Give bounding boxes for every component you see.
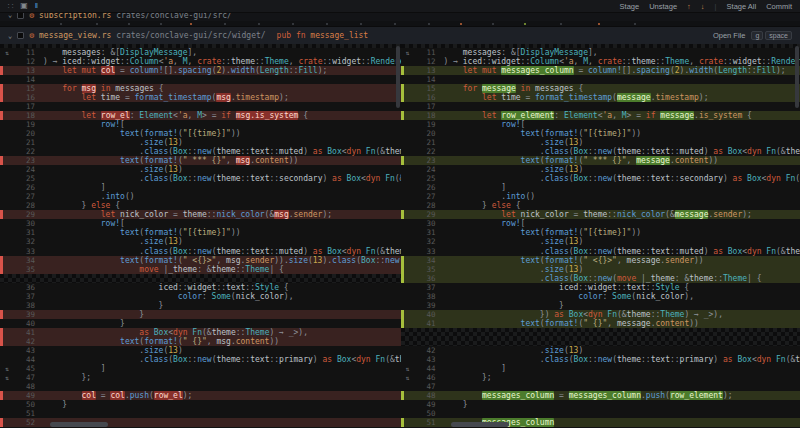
diff-row[interactable]: 25 .class(Box::new(theme::text::secondar… xyxy=(401,174,800,183)
split-view-icon[interactable]: ‖ xyxy=(35,1,38,11)
expand-fold-icon[interactable]: ⇅ xyxy=(404,48,412,57)
diff-row[interactable]: 28 } else { xyxy=(401,201,800,210)
diff-row[interactable]: 25 .class(Box::new(theme::text::secondar… xyxy=(0,174,401,183)
horizontal-scrollbar[interactable] xyxy=(50,422,108,427)
diff-row[interactable]: 44 .class(Box::new(theme::text::primary)… xyxy=(0,355,401,364)
diff-row[interactable]: 13 let mut messages_column = column![].s… xyxy=(401,66,800,75)
diff-row[interactable]: 34 text(format!(" <{}>", message.sender)… xyxy=(401,256,800,265)
diff-row[interactable]: 47 xyxy=(401,382,800,391)
diff-row[interactable]: 18 let row_element: Element<'a, M> = if … xyxy=(401,111,800,120)
diff-row[interactable] xyxy=(401,328,800,337)
diff-row[interactable]: 48 xyxy=(0,382,401,391)
chevron-down-icon[interactable]: ⌄ xyxy=(8,13,12,21)
diff-row[interactable]: 17 xyxy=(401,102,800,111)
diff-row[interactable]: 29 let nick_color = theme::nick_color(&m… xyxy=(401,210,800,219)
stage-button[interactable]: Stage xyxy=(620,2,640,11)
diff-row[interactable]: 49 } xyxy=(401,400,800,409)
diff-row[interactable]: 33 .class(Box::new(theme::text::muted) a… xyxy=(401,247,800,256)
diff-row[interactable]: 23 text(format!(" *** {}", msg.content)) xyxy=(0,156,401,165)
diff-row[interactable]: 34 text(format!(" <{}>", msg.sender)).si… xyxy=(0,256,401,265)
diff-row[interactable] xyxy=(0,274,401,283)
diff-row[interactable]: 14 xyxy=(0,75,401,84)
diff-row[interactable]: ⇅44 ] xyxy=(401,364,800,373)
file-entry-subscription[interactable]: ⌄ ⚙ subscription.rs crates/conclave-gui/… xyxy=(0,13,800,21)
diff-row[interactable]: 16 let time = format_timestamp(message.t… xyxy=(401,93,800,102)
diff-row[interactable]: 20 text(format!("[{time}]")) xyxy=(401,129,800,138)
diff-row[interactable]: 29 let nick_color = theme::nick_color(&m… xyxy=(0,210,401,219)
diff-row[interactable]: 27 .into() xyxy=(401,192,800,201)
diff-row[interactable]: 32 .size(13) xyxy=(0,237,401,246)
diff-row[interactable]: 38 } xyxy=(0,301,401,310)
diff-row[interactable]: 24 .size(13) xyxy=(0,165,401,174)
diff-row[interactable]: 30 row![ xyxy=(0,219,401,228)
file-entry-message-view[interactable]: ⌄ ⚙ message_view.rs crates/conclave-gui/… xyxy=(0,27,800,44)
history-icon[interactable]: ⸬ xyxy=(8,1,13,11)
diff-row[interactable]: 37 color: Some(nick_color), xyxy=(0,292,401,301)
diff-row[interactable]: 40 } xyxy=(0,319,401,328)
stage-all-button[interactable]: Stage All xyxy=(727,2,757,11)
diff-row[interactable]: 24 .size(13) xyxy=(401,165,800,174)
diff-row[interactable]: 38 color: Some(nick_color), xyxy=(401,292,800,301)
diff-row[interactable]: 22 .class(Box::new(theme::text::muted) a… xyxy=(401,147,800,156)
diff-row[interactable]: 30 row![ xyxy=(401,219,800,228)
diff-row[interactable]: 50 } xyxy=(0,400,401,409)
diff-row[interactable]: 50 xyxy=(401,409,800,418)
diff-row[interactable]: 21 .size(13) xyxy=(401,138,800,147)
expand-fold-icon[interactable]: ⇅ xyxy=(404,364,412,373)
diff-row[interactable]: 35 .size(13) xyxy=(401,265,800,274)
diff-row[interactable]: 39 } xyxy=(0,310,401,319)
stage-checkbox[interactable] xyxy=(17,32,24,39)
diff-row[interactable]: 42 .size(13) xyxy=(401,346,800,355)
diff-row[interactable]: 15 for msg in messages { xyxy=(0,84,401,93)
panel-icon[interactable]: ▣ xyxy=(20,1,28,11)
diff-row[interactable]: 42 text(format!(" {}", msg.content)) xyxy=(0,337,401,346)
diff-row[interactable]: 43 .size(13) xyxy=(0,346,401,355)
horizontal-scrollbar[interactable] xyxy=(451,422,509,427)
diff-row[interactable]: 14 xyxy=(401,75,800,84)
diff-row[interactable]: 12) → iced::widget::Column<'a, M, crate:… xyxy=(0,57,401,66)
diff-row[interactable]: 16 let time = format_timestamp(msg.times… xyxy=(0,93,401,102)
diff-row[interactable]: 40 }) as Box<dyn Fn(&theme::Theme) → _>)… xyxy=(401,310,800,319)
diff-row[interactable]: 12) → iced::widget::Column<'a, M, crate:… xyxy=(401,57,800,66)
diff-row[interactable]: 32 .size(13) xyxy=(401,237,800,246)
vertical-scrollbar[interactable] xyxy=(795,46,799,108)
stage-checkbox[interactable] xyxy=(17,13,24,19)
diff-row[interactable]: 36 iced::widget::text::Style { xyxy=(0,283,401,292)
expand-fold-icon[interactable]: ⇅ xyxy=(3,373,11,382)
diff-row[interactable]: 20 text(format!("[{time}]")) xyxy=(0,129,401,138)
diff-row[interactable]: ⇅11 messages: &[DisplayMessage], xyxy=(0,48,401,57)
commit-button[interactable]: Commit xyxy=(766,2,792,11)
diff-row[interactable]: 26 ] xyxy=(0,183,401,192)
diff-row[interactable]: 13 let mut col = column![].spacing(2).wi… xyxy=(0,66,401,75)
diff-row[interactable]: 31 text(format!("[{time}]")) xyxy=(401,228,800,237)
diff-row[interactable]: 31 text(format!("[{time}]")) xyxy=(0,228,401,237)
diff-row[interactable]: 37 iced::widget::text::Style { xyxy=(401,283,800,292)
expand-fold-icon[interactable]: ⇅ xyxy=(3,48,11,57)
diff-row[interactable]: 28 } else { xyxy=(0,201,401,210)
diff-row[interactable]: 17 xyxy=(0,102,401,111)
diff-row[interactable]: ⇅45 ] xyxy=(0,364,401,373)
diff-row[interactable]: 27 .into() xyxy=(0,192,401,201)
diff-row[interactable]: 21 .size(13) xyxy=(0,138,401,147)
diff-row[interactable]: 39 } xyxy=(401,301,800,310)
chevron-down-icon[interactable]: ⌄ xyxy=(8,32,12,40)
diff-row[interactable]: 49 col = col.push(row_el); xyxy=(0,391,401,400)
expand-fold-icon[interactable]: ⇅ xyxy=(3,364,11,373)
diff-row[interactable]: 36 .class(Box::new(move |_theme: &theme:… xyxy=(401,274,800,283)
diff-row[interactable]: 23 text(format!(" *** {}", message.conte… xyxy=(401,156,800,165)
diff-row[interactable]: 18 let row_el: Element<'a, M> = if msg.i… xyxy=(0,111,401,120)
diff-row[interactable]: 51 xyxy=(0,409,401,418)
diff-row[interactable]: ⇅46 }; xyxy=(401,373,800,382)
diff-row[interactable]: 33 .class(Box::new(theme::text::muted) a… xyxy=(0,247,401,256)
diff-row[interactable]: 43 .class(Box::new(theme::text::primary)… xyxy=(401,355,800,364)
diff-row[interactable]: 48 messages_column = messages_column.pus… xyxy=(401,391,800,400)
diff-row[interactable]: 19 row![ xyxy=(401,120,800,129)
diff-row[interactable]: 41 as Box<dyn Fn(&theme::Theme) → _>), xyxy=(0,328,401,337)
↓-button[interactable]: ↓ xyxy=(701,2,705,11)
diff-row[interactable]: ⇅47 }; xyxy=(0,373,401,382)
diff-row[interactable]: 15 for message in messages { xyxy=(401,84,800,93)
unstage-button[interactable]: Unstage xyxy=(649,2,677,11)
diff-row[interactable]: 19 row![ xyxy=(0,120,401,129)
expand-fold-icon[interactable]: ⇅ xyxy=(404,373,412,382)
diff-row[interactable]: 41 text(format!(" {}", message.content)) xyxy=(401,319,800,328)
